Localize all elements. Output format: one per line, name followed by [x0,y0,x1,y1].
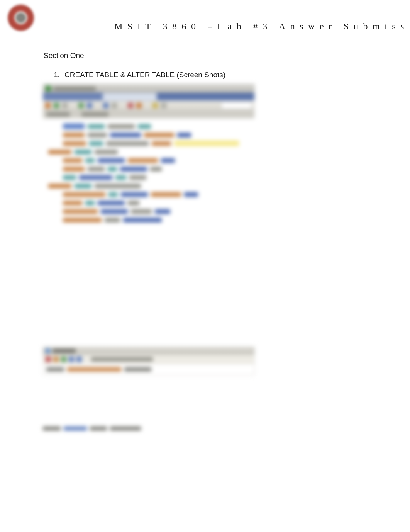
code-line [48,207,249,216]
toolbar-search [221,102,252,109]
list-item-text: CREATE TABLE & ALTER TABLE (Screen Shots… [64,71,225,79]
active-tab [103,93,157,100]
messages-icon [46,348,50,353]
highlighted-code [174,141,239,146]
code-line [48,190,249,199]
toolbar-icon [78,103,84,108]
toolbar [43,100,254,110]
section-heading: Section One [44,51,372,60]
code-line [48,199,249,207]
code-line [48,216,249,224]
app-icon [46,86,51,91]
sql-editor-screenshot [43,84,254,415]
toolbar-icon [62,103,68,108]
msg-toolbar-icon [46,357,51,362]
toolbar-icon [87,103,92,108]
inactive-tab-area [157,93,254,100]
list-item: 1. CREATE TABLE & ALTER TABLE (Screen Sh… [54,71,372,79]
code-line [48,131,249,139]
code-line [48,148,249,156]
msg-toolbar-text [91,357,153,361]
toolbar-icon [103,103,108,108]
msg-toolbar-icon [61,357,66,362]
msg-toolbar-icon [76,357,82,362]
toolbar-icon [136,103,142,108]
keyword-highlight [63,124,85,129]
window-title-text [53,87,96,91]
code-line [48,122,249,131]
messages-body [43,364,254,375]
toolbar-icon [152,103,158,108]
code-editor [43,118,254,343]
code-line [48,156,249,165]
content-area: Section One 1. CREATE TABLE & ALTER TABL… [44,51,372,79]
messages-label [53,349,76,353]
list-number: 1. [54,71,64,79]
subbar-item [81,112,108,116]
code-line [48,173,249,182]
code-line [48,182,249,190]
code-line [48,139,249,148]
tab-bar [43,93,254,100]
msg-toolbar-icon [69,357,74,362]
code-line [48,165,249,173]
institution-logo [4,4,37,42]
page-title: MSIT 3860 –Lab #3 Answer Submission [114,21,410,32]
toolbar-icon [112,103,117,108]
window-titlebar [43,84,254,93]
sub-toolbar [43,110,254,118]
output-lines [43,424,254,441]
subbar-item [47,112,70,116]
toolbar-icon [161,103,166,108]
toolbar-icon [54,103,59,108]
message-line [46,365,251,373]
toolbar-icon [128,103,133,108]
toolbar-icon [45,103,51,108]
msg-toolbar-icon [53,357,59,362]
messages-header [43,347,254,355]
messages-toolbar [43,355,254,364]
output-line [43,424,254,433]
